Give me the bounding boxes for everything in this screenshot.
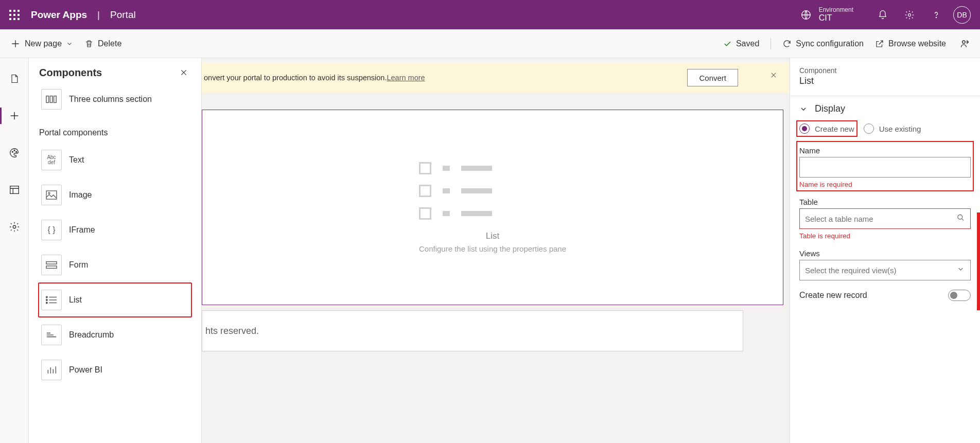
new-page-button[interactable]: New page	[10, 39, 73, 49]
svg-rect-7	[10, 186, 19, 194]
trash-icon	[84, 39, 94, 48]
name-label: Name	[799, 146, 971, 155]
component-three-columns-section[interactable]: Three columns section	[38, 85, 192, 117]
use-existing-label: Use existing	[879, 125, 921, 133]
title-divider: |	[94, 9, 103, 21]
close-panel-button[interactable]	[177, 65, 191, 80]
rail-themes-button[interactable]	[3, 141, 26, 164]
create-new-radio[interactable]: Create new	[799, 123, 854, 134]
svg-point-19	[958, 215, 962, 219]
name-error: Name is required	[799, 181, 971, 188]
canvas-list-title: List	[419, 231, 566, 241]
component-label: IFrame	[69, 225, 95, 235]
iframe-icon: { }	[41, 220, 62, 240]
powerbi-icon	[41, 360, 62, 380]
component-label: Breadcrumb	[69, 330, 114, 340]
close-icon	[770, 72, 777, 79]
svg-point-1	[908, 13, 911, 16]
delete-button[interactable]: Delete	[84, 39, 121, 48]
left-rail	[0, 58, 29, 443]
component-form[interactable]: Form	[38, 247, 192, 282]
component-name: List	[799, 76, 971, 86]
browse-website-button[interactable]: Browse website	[875, 39, 946, 48]
create-record-toggle[interactable]	[948, 290, 971, 301]
create-or-existing-radio-group: Create new Use existing	[799, 123, 971, 134]
banner-close-button[interactable]	[770, 72, 777, 80]
rail-templates-button[interactable]	[3, 179, 26, 201]
component-label: Text	[69, 155, 84, 165]
banner-learn-more-link[interactable]: Learn more	[387, 74, 425, 82]
plus-icon	[9, 110, 20, 121]
footer-text: hts reserved.	[205, 326, 259, 336]
chevron-down-icon	[957, 265, 965, 275]
svg-point-5	[14, 150, 15, 151]
components-panel: Components Three columns section Portal …	[29, 58, 202, 443]
question-icon	[931, 10, 941, 20]
svg-point-13	[48, 192, 50, 194]
component-image[interactable]: Image	[38, 178, 192, 212]
three-columns-icon	[41, 89, 62, 110]
name-input[interactable]	[799, 157, 971, 178]
section-portal-components: Portal components	[39, 128, 192, 137]
create-new-record-row: Create new record	[799, 290, 971, 301]
canvas-list-subtitle: Configure the list using the properties …	[419, 244, 566, 253]
component-text[interactable]: Abcdef Text	[38, 143, 192, 178]
canvas[interactable]: onvert your portal to production to avoi…	[202, 58, 790, 443]
rail-pages-button[interactable]	[3, 67, 26, 90]
person-share-icon	[959, 39, 970, 49]
app-launcher-icon[interactable]	[5, 6, 24, 24]
component-power-bi[interactable]: Power BI	[38, 352, 192, 387]
views-label: Views	[799, 249, 971, 258]
component-label: Component	[799, 66, 971, 75]
svg-point-17	[46, 299, 48, 301]
help-button[interactable]	[926, 5, 946, 25]
views-select[interactable]	[799, 260, 971, 280]
saved-label: Saved	[736, 39, 759, 48]
command-separator	[771, 38, 771, 49]
use-existing-radio[interactable]: Use existing	[864, 123, 921, 134]
component-list[interactable]: List	[38, 282, 192, 317]
close-icon	[180, 68, 188, 77]
svg-rect-14	[46, 262, 57, 264]
component-iframe[interactable]: { } IFrame	[38, 212, 192, 247]
component-label: List	[69, 295, 82, 305]
svg-point-4	[12, 151, 13, 152]
table-field-group: Table Table is required	[799, 198, 971, 240]
rail-settings-button[interactable]	[3, 216, 26, 238]
convert-label: Convert	[699, 74, 726, 82]
environment-name: CIT	[819, 13, 853, 23]
text-icon: Abcdef	[41, 150, 62, 170]
convert-button[interactable]: Convert	[687, 69, 738, 86]
command-bar: New page Delete Saved Sync configuration…	[0, 29, 980, 58]
svg-point-8	[13, 225, 16, 228]
saved-indicator: Saved	[723, 39, 759, 48]
svg-point-3	[962, 41, 965, 43]
canvas-footer-section[interactable]: hts reserved.	[202, 310, 743, 351]
component-breadcrumb[interactable]: Breadcrumb	[38, 317, 192, 352]
breadcrumb-icon	[41, 325, 62, 345]
palette-icon	[9, 147, 20, 158]
svg-point-2	[936, 17, 936, 17]
create-new-label: Create new	[815, 125, 854, 133]
notifications-button[interactable]	[873, 5, 892, 25]
table-select[interactable]	[799, 208, 971, 229]
list-icon	[41, 290, 62, 310]
svg-point-18	[46, 302, 48, 304]
settings-button[interactable]	[900, 5, 919, 25]
canvas-list-placeholder[interactable]: List Configure the list using the proper…	[202, 110, 783, 305]
gear-icon	[9, 221, 20, 233]
list-ghost-graphic	[419, 162, 566, 220]
component-label: Power BI	[69, 365, 102, 375]
share-button[interactable]	[959, 39, 970, 49]
user-avatar[interactable]: DB	[953, 6, 971, 24]
delete-label: Delete	[98, 39, 121, 48]
svg-rect-12	[46, 191, 57, 199]
gear-icon	[904, 10, 915, 20]
display-section-header[interactable]: Display	[799, 103, 971, 114]
create-record-label: Create new record	[799, 291, 867, 300]
rail-components-button[interactable]	[3, 104, 26, 127]
open-external-icon	[875, 39, 884, 48]
sync-configuration-button[interactable]: Sync configuration	[782, 39, 864, 48]
environment-label: Environment	[819, 7, 853, 13]
environment-picker[interactable]: Environment CIT	[800, 7, 853, 23]
